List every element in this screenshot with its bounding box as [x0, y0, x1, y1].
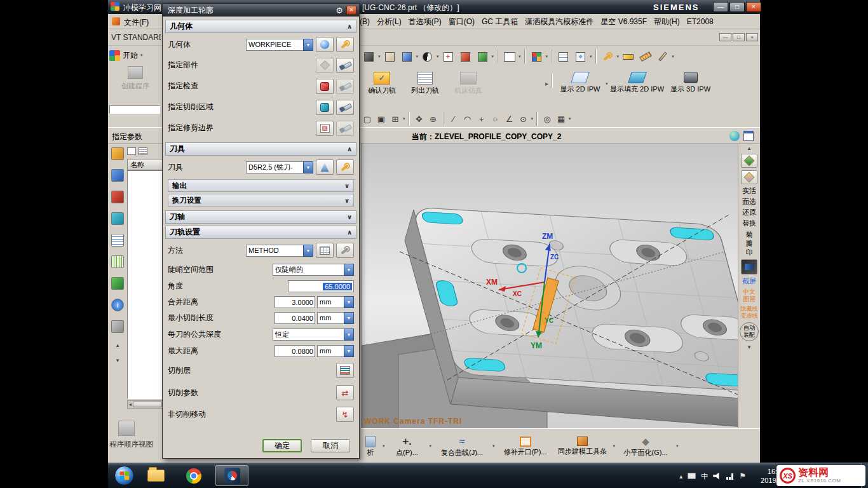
rotate-icon[interactable]: ⊕	[427, 114, 440, 124]
point-icon[interactable]: +	[475, 114, 488, 124]
geometry-combo[interactable]: WORKPIECE▼	[246, 39, 313, 51]
dropdown-icon[interactable]: ▾	[606, 81, 608, 86]
globe-icon[interactable]	[729, 131, 740, 141]
menu-gc-toolbox[interactable]: GC 工具箱	[482, 17, 518, 27]
close-button[interactable]: ×	[746, 2, 761, 12]
merge-distance-unit[interactable]: mm▼	[317, 296, 354, 308]
ok-button[interactable]: 确定	[262, 439, 302, 452]
edit-geometry-button[interactable]	[336, 37, 354, 52]
steep-containment-combo[interactable]: 仅陡峭的▼	[273, 264, 354, 276]
section-tool[interactable]: 刀具 ∧	[165, 142, 356, 156]
scroll-down-icon[interactable]: ▾	[748, 344, 751, 350]
table-icon[interactable]: ▦	[555, 114, 567, 124]
minimize-button[interactable]: —	[713, 2, 728, 12]
macro-diamond-icon[interactable]	[741, 154, 757, 168]
menu-file[interactable]: 文件(F)	[124, 17, 149, 28]
sheet-icon[interactable]	[555, 49, 571, 65]
merge-distance-field[interactable]: 3.0000	[275, 296, 315, 308]
tool-combo[interactable]: D5R2.5 (铣刀-▼	[246, 161, 313, 173]
new-tool-button[interactable]	[316, 159, 334, 175]
chevron-down-icon[interactable]: ▼	[344, 345, 354, 357]
volume-icon[interactable]	[713, 473, 721, 480]
expand-icon[interactable]: ∨	[347, 214, 352, 220]
center-icon[interactable]: ⊙	[517, 114, 530, 124]
solid-green-icon[interactable]	[475, 49, 491, 65]
patch-opening-button[interactable]: 修补开口(P)...	[499, 437, 552, 456]
info-icon[interactable]: i	[111, 299, 124, 311]
shaded-sphere-icon[interactable]	[419, 49, 435, 65]
navigator-name-column[interactable]: 名称	[127, 159, 163, 170]
scrollbar-thumb[interactable]	[133, 402, 162, 407]
show-fill-2d-ipw-button[interactable]: 显示填充 2D IPW	[609, 69, 665, 93]
window-layout-icon[interactable]	[743, 131, 754, 141]
macro-hidden-line-button[interactable]: 隐藏线变虚线	[741, 306, 758, 320]
solid-red-icon[interactable]	[458, 49, 473, 65]
macro-screenshot-button[interactable]: 截屏	[739, 277, 760, 285]
dropdown-icon[interactable]: ▾	[403, 116, 405, 121]
menu-xingkong[interactable]: 星空 V6.935F	[600, 17, 647, 27]
macro-shihuo-button[interactable]: 实活	[739, 187, 760, 195]
nav-strip-icon-9[interactable]	[111, 320, 124, 333]
edit-method-button[interactable]	[336, 243, 354, 258]
menu-help[interactable]: 帮助(H)	[654, 17, 680, 27]
taskbar-explorer-button[interactable]	[139, 465, 172, 486]
measure-icon[interactable]	[637, 49, 653, 65]
chevron-down-icon[interactable]: ▼	[344, 296, 354, 308]
wcs-icon[interactable]: +	[440, 49, 456, 65]
dropdown-icon[interactable]: ▾	[617, 54, 620, 59]
menu-et2008[interactable]: ET2008	[687, 17, 714, 26]
face-rule-icon[interactable]: ▣	[375, 114, 388, 124]
select-trim-boundary-button[interactable]: ▨	[316, 121, 334, 136]
dropdown-icon[interactable]: ▾	[569, 116, 571, 121]
start-button[interactable]	[114, 466, 134, 485]
macro-star-icon[interactable]	[741, 170, 757, 184]
macro-restore-button[interactable]: 还原	[739, 208, 760, 217]
new-method-button[interactable]	[316, 243, 334, 258]
snap-grid-icon[interactable]: ⊞	[389, 114, 402, 124]
dropdown-icon[interactable]: ▾	[492, 54, 494, 59]
toolbar-preset-label[interactable]: VT STANDARD	[111, 33, 161, 42]
display-part-button[interactable]	[336, 58, 354, 73]
datum-csys-icon[interactable]: ⌖	[573, 49, 588, 65]
macro-replace-button[interactable]: 替换	[739, 219, 760, 227]
non-cutting-moves-button[interactable]: ↯	[336, 407, 354, 422]
arc-icon[interactable]: ◠	[461, 114, 474, 124]
navigator-list[interactable]	[127, 170, 163, 399]
doc-restore-button[interactable]: □	[733, 33, 745, 41]
dialog-close-button[interactable]: ×	[346, 6, 356, 15]
dropdown-icon[interactable]: ▾	[492, 444, 495, 449]
min-cut-length-unit[interactable]: mm▼	[317, 312, 354, 324]
nav-strip-icon-4[interactable]	[111, 212, 124, 225]
sync-modeling-button[interactable]: 同步建模工具条	[556, 437, 609, 455]
navigator-tab-icon[interactable]	[127, 147, 136, 155]
solid-cube-icon[interactable]	[382, 49, 398, 65]
shaded-cube-icon[interactable]	[399, 49, 415, 65]
show-3d-ipw-button[interactable]: 显示 3D IPW	[667, 69, 715, 93]
scroll-down-icon[interactable]: ▾	[116, 357, 119, 363]
navigator-hscrollbar[interactable]: ◂	[127, 400, 163, 409]
tools-icon[interactable]	[600, 49, 616, 65]
chevron-down-icon[interactable]: ▼	[344, 264, 354, 276]
macro-chinese-layers-button[interactable]: 中文图层	[741, 288, 758, 303]
facet-button[interactable]: ◆ 小平面化(G)...	[619, 436, 672, 456]
toolbar-overflow-icon[interactable]: ▸	[545, 80, 548, 87]
tray-keyboard-icon[interactable]	[688, 473, 696, 479]
dropdown-icon[interactable]: ▾	[613, 444, 616, 449]
macro-mianxuan-button[interactable]: 面选	[739, 198, 760, 206]
doc-close-button[interactable]: ×	[746, 33, 758, 41]
point-button[interactable]: +. 点(P)...	[389, 436, 426, 456]
move-object-icon[interactable]	[529, 49, 545, 65]
dropdown-icon[interactable]: ▾	[590, 54, 592, 59]
chevron-down-icon[interactable]: ▼	[344, 312, 354, 324]
show-2d-ipw-button[interactable]: 显示 2D IPW	[556, 69, 604, 93]
expand-icon[interactable]: ∨	[344, 197, 349, 204]
collapse-icon[interactable]: ∧	[347, 23, 352, 30]
dropdown-icon[interactable]: ▾	[437, 54, 439, 59]
move-icon[interactable]: ✥	[413, 114, 426, 124]
menu-mold-standard[interactable]: 潇洒模具汽模标准件	[525, 17, 593, 27]
collapse-icon[interactable]: ∧	[347, 229, 352, 236]
nav-strip-icon-3[interactable]	[111, 191, 124, 203]
scroll-left-icon[interactable]: ◂	[128, 402, 133, 407]
macro-jubanyin-button[interactable]: 菊瓣印	[745, 230, 754, 257]
nav-strip-icon-7[interactable]	[111, 277, 124, 290]
